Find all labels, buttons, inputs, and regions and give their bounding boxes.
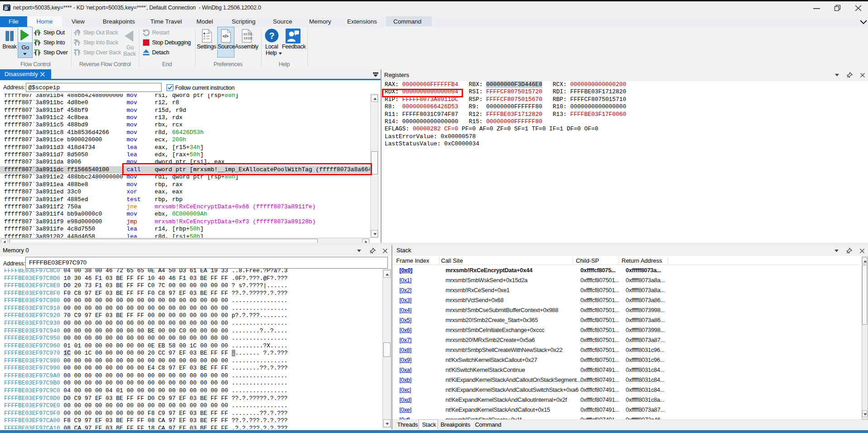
svg-text:?: ?	[269, 31, 275, 41]
svg-text:0II0I: 0II0I	[243, 33, 252, 36]
svg-text:</>: </>	[223, 34, 229, 38]
svg-text:I0I0I: I0I0I	[243, 37, 252, 40]
